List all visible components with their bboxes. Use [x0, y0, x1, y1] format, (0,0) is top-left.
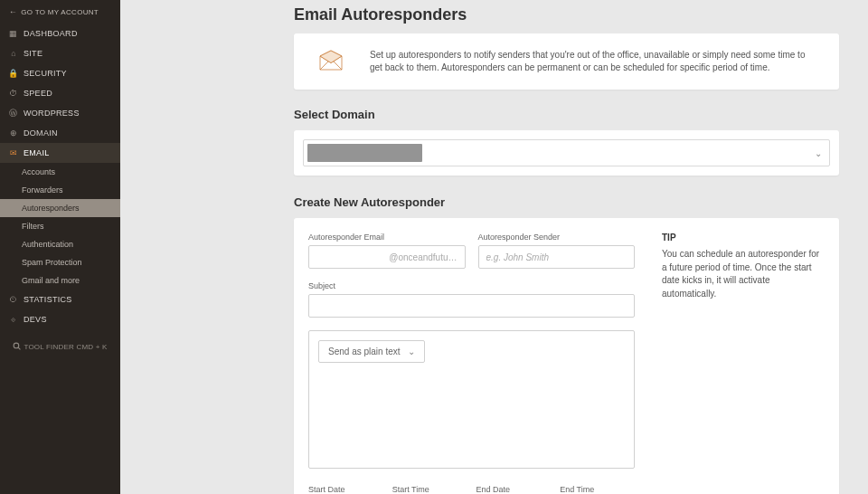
wordpress-icon: Ⓦ — [9, 109, 18, 118]
sidebar-item-devs[interactable]: ⟐ DEVS — [0, 309, 120, 329]
sidebar-item-wordpress[interactable]: Ⓦ WORDPRESS — [0, 103, 120, 123]
sender-label: Autoresponder Sender — [478, 233, 636, 242]
sidebar: ← GO TO MY ACCOUNT ▦ DASHBOARD ⌂ SITE 🔒 … — [0, 0, 120, 494]
end-date-label: End Date — [476, 485, 552, 494]
globe-icon: ⊕ — [9, 128, 18, 138]
main-content: Email Autoresponders Set up autoresponde… — [120, 0, 868, 494]
go-to-account-label: GO TO MY ACCOUNT — [21, 8, 99, 16]
create-new-heading: Create New Autoresponder — [294, 195, 839, 209]
arrow-left-icon: ← — [9, 7, 17, 16]
envelope-icon: ✉ — [9, 148, 18, 157]
go-to-account-link[interactable]: ← GO TO MY ACCOUNT — [0, 0, 120, 24]
domain-card: ⌄ — [294, 130, 839, 176]
search-icon — [13, 342, 21, 352]
speed-icon: ⏱ — [9, 89, 18, 98]
tool-finder-label: TOOL FINDER CMD + K — [24, 343, 107, 351]
autoresponder-sender-input[interactable] — [478, 245, 636, 269]
email-submenu: Accounts Forwarders Autoresponders Filte… — [0, 163, 120, 290]
email-label: Autoresponder Email — [308, 233, 466, 242]
svg-line-1 — [19, 347, 21, 349]
dashboard-icon: ▦ — [9, 29, 18, 38]
end-time-label: End Time — [560, 485, 635, 494]
sidebar-item-label: DASHBOARD — [24, 29, 78, 38]
subnav-gmail-and-more[interactable]: Gmail and more — [0, 271, 120, 290]
devs-icon: ⟐ — [9, 315, 18, 324]
sidebar-item-security[interactable]: 🔒 SECURITY — [0, 63, 120, 83]
subnav-authentication[interactable]: Authentication — [0, 235, 120, 253]
sidebar-item-label: DOMAIN — [24, 128, 58, 138]
subnav-forwarders[interactable]: Forwarders — [0, 181, 120, 199]
site-icon: ⌂ — [9, 49, 18, 58]
sidebar-item-email[interactable]: ✉ EMAIL — [0, 143, 120, 163]
subnav-accounts[interactable]: Accounts — [0, 163, 120, 181]
message-textarea[interactable] — [318, 363, 625, 459]
sidebar-item-statistics[interactable]: ⏲ STATISTICS — [0, 290, 120, 309]
tool-finder[interactable]: TOOL FINDER CMD + K — [0, 329, 120, 365]
sidebar-item-dashboard[interactable]: ▦ DASHBOARD — [0, 24, 120, 43]
chevron-down-icon: ⌄ — [408, 347, 415, 356]
subject-input[interactable] — [308, 294, 635, 318]
autoresponder-email-input[interactable] — [308, 245, 466, 269]
sidebar-item-domain[interactable]: ⊕ DOMAIN — [0, 123, 120, 143]
domain-value-placeholder — [307, 144, 422, 162]
start-time-label: Start Time — [392, 485, 467, 494]
sidebar-item-site[interactable]: ⌂ SITE — [0, 43, 120, 63]
sidebar-item-label: SPEED — [24, 89, 52, 98]
sidebar-item-label: WORDPRESS — [24, 109, 80, 118]
page-title: Email Autoresponders — [294, 0, 839, 33]
autoresponder-form: Autoresponder Email Autoresponder Sender… — [294, 218, 839, 494]
chevron-down-icon: ⌄ — [815, 148, 822, 158]
tip-title: TIP — [662, 233, 825, 242]
envelope-illustration-icon — [316, 46, 346, 77]
sidebar-item-speed[interactable]: ⏱ SPEED — [0, 83, 120, 103]
sidebar-item-label: SITE — [24, 49, 42, 58]
domain-select[interactable]: ⌄ — [303, 139, 830, 166]
tip-body: You can schedule an autoresponder for a … — [662, 248, 825, 300]
sidebar-item-label: DEVS — [24, 315, 47, 324]
intro-card: Set up autoresponders to notify senders … — [294, 33, 839, 90]
start-date-label: Start Date — [308, 485, 383, 494]
sidebar-item-label: STATISTICS — [24, 295, 72, 304]
subnav-spam-protection[interactable]: Spam Protection — [0, 253, 120, 271]
subnav-filters[interactable]: Filters — [0, 217, 120, 235]
svg-point-0 — [14, 343, 20, 348]
subject-label: Subject — [308, 281, 635, 290]
message-editor: Send as plain text ⌄ — [308, 330, 635, 469]
sidebar-item-label: SECURITY — [24, 69, 67, 78]
select-domain-heading: Select Domain — [294, 108, 839, 121]
statistics-icon: ⏲ — [9, 295, 18, 304]
subnav-autoresponders[interactable]: Autoresponders — [0, 199, 120, 217]
plain-text-label: Send as plain text — [328, 347, 401, 356]
intro-text: Set up autoresponders to notify senders … — [370, 49, 817, 75]
sidebar-item-label: EMAIL — [24, 148, 50, 157]
send-as-plain-text-toggle[interactable]: Send as plain text ⌄ — [318, 340, 425, 363]
lock-icon: 🔒 — [9, 69, 18, 78]
